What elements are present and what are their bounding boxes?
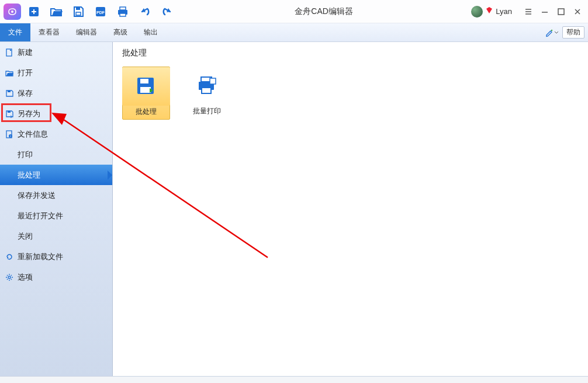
quick-edit-icon[interactable] <box>545 28 559 37</box>
title-bar: PDF 金舟CAD编辑器 Lyan <box>0 0 588 23</box>
menu-advanced[interactable]: 高级 <box>105 23 136 41</box>
sidebar-item-new[interactable]: 新建 <box>0 42 112 62</box>
menu-output[interactable]: 输出 <box>136 23 166 41</box>
svg-point-10 <box>551 29 552 30</box>
tile-label: 批处理 <box>136 107 157 117</box>
menu-viewer[interactable]: 查看器 <box>30 23 68 41</box>
new-doc-icon <box>5 48 14 57</box>
tiles: 批处理 批量打印 <box>122 67 579 120</box>
saveas-icon <box>5 109 14 119</box>
sidebar-item-batch[interactable]: 批处理 <box>0 165 112 185</box>
sidebar-label: 关闭 <box>18 231 33 242</box>
sidebar-item-recent[interactable]: 最近打开文件 <box>0 206 112 226</box>
svg-point-0 <box>11 11 13 13</box>
sidebar-label: 批处理 <box>18 170 40 180</box>
sidebar-label: 重新加载文件 <box>18 252 63 262</box>
minimize-icon[interactable] <box>538 5 552 19</box>
redo-icon[interactable] <box>158 2 177 21</box>
sidebar: 新建 打开 保存 另存为 i 文件信息 打印 批处理 保存并发送 最近打开文件 <box>0 42 113 376</box>
open-folder-icon[interactable] <box>47 2 65 21</box>
sidebar-label: 最近打开文件 <box>18 211 63 221</box>
save-icon[interactable] <box>69 2 88 21</box>
sidebar-label: 新建 <box>18 47 33 58</box>
svg-rect-2 <box>76 7 80 10</box>
pdf-export-icon[interactable]: PDF <box>91 2 110 21</box>
svg-rect-3 <box>76 12 81 15</box>
sidebar-label: 保存 <box>18 88 33 99</box>
vip-diamond-icon <box>485 6 493 17</box>
print-icon[interactable] <box>113 2 132 21</box>
close-icon[interactable] <box>570 5 584 19</box>
sidebar-item-options[interactable]: 选项 <box>0 267 112 287</box>
info-icon: i <box>5 130 14 139</box>
sidebar-label: 保存并发送 <box>18 190 56 201</box>
sidebar-item-print[interactable]: 打印 <box>0 144 112 165</box>
sidebar-label: 打开 <box>18 68 33 78</box>
sidebar-item-close[interactable]: 关闭 <box>0 226 112 246</box>
batch-save-icon <box>122 67 170 106</box>
svg-rect-12 <box>8 90 11 92</box>
maximize-icon[interactable] <box>554 5 568 19</box>
user-name[interactable]: Lyan <box>496 7 512 16</box>
sidebar-item-saveas[interactable]: 另存为 <box>0 103 112 124</box>
sidebar-item-fileinfo[interactable]: i 文件信息 <box>0 124 112 144</box>
svg-point-17 <box>8 276 11 278</box>
new-file-icon[interactable] <box>25 2 43 21</box>
menu-bar: 文件 查看器 编辑器 高级 输出 帮助 <box>0 23 588 42</box>
svg-rect-9 <box>558 9 564 15</box>
sidebar-label: 打印 <box>18 149 33 160</box>
batch-print-icon <box>183 67 231 105</box>
tile-batch[interactable]: 批处理 <box>122 67 170 120</box>
sidebar-item-reload[interactable]: 重新加载文件 <box>0 246 112 267</box>
main-body: 新建 打开 保存 另存为 i 文件信息 打印 批处理 保存并发送 最近打开文件 <box>0 42 588 377</box>
sidebar-item-save[interactable]: 保存 <box>0 83 112 103</box>
sidebar-label: 另存为 <box>18 109 40 119</box>
save-small-icon <box>5 89 14 98</box>
gear-icon <box>5 273 14 282</box>
menu-file[interactable]: 文件 <box>0 23 30 41</box>
svg-rect-6 <box>120 7 126 10</box>
folder-icon <box>5 68 14 78</box>
svg-rect-23 <box>202 88 211 93</box>
sidebar-item-saveandsend[interactable]: 保存并发送 <box>0 185 112 206</box>
reload-icon <box>5 252 14 262</box>
undo-icon[interactable] <box>136 2 154 21</box>
app-title: 金舟CAD编辑器 <box>177 6 471 17</box>
svg-rect-19 <box>140 79 148 83</box>
content-panel: 批处理 批处理 批量打印 <box>113 42 588 376</box>
svg-rect-20 <box>140 87 151 93</box>
app-logo-icon <box>4 4 21 20</box>
help-button[interactable]: 帮助 <box>562 26 584 39</box>
tile-label: 批量打印 <box>193 106 221 116</box>
tile-batchprint[interactable]: 批量打印 <box>183 67 231 120</box>
svg-rect-24 <box>210 78 216 84</box>
menu-editor[interactable]: 编辑器 <box>68 23 105 41</box>
content-title: 批处理 <box>122 48 579 58</box>
svg-rect-8 <box>120 13 126 16</box>
svg-text:PDF: PDF <box>96 11 105 15</box>
menu-icon[interactable] <box>521 5 535 19</box>
sidebar-item-open[interactable]: 打开 <box>0 62 112 83</box>
status-bar <box>0 377 588 383</box>
sidebar-label: 选项 <box>18 272 33 283</box>
sidebar-label: 文件信息 <box>18 129 48 140</box>
svg-text:i: i <box>10 134 11 138</box>
user-avatar-icon[interactable] <box>471 6 483 18</box>
svg-rect-13 <box>8 111 11 113</box>
